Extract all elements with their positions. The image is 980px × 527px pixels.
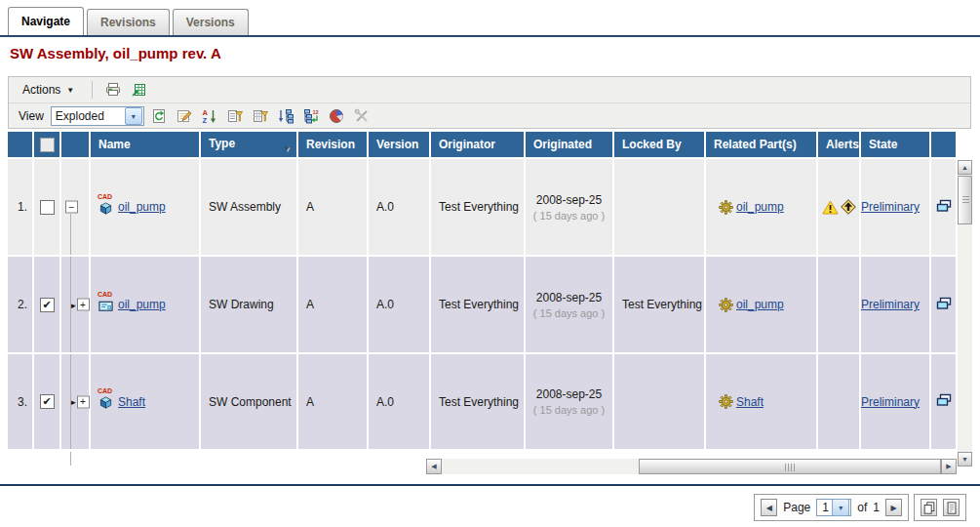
column-header-alerts[interactable]: Alerts (818, 132, 861, 159)
single-page-view-button[interactable] (943, 499, 960, 516)
chevron-down-icon: ▼ (66, 86, 74, 95)
page-select[interactable]: 1 ▾ (816, 499, 851, 516)
type-cell: SW Component (201, 354, 298, 451)
tab-versions[interactable]: Versions (173, 9, 249, 35)
originated-date: 2008-sep-25 (526, 291, 612, 304)
column-header-rownum (8, 132, 34, 159)
related-part-link[interactable]: oil_pump (736, 200, 784, 214)
column-header-state[interactable]: State (861, 132, 931, 159)
toolbar: Actions ▼ (8, 76, 971, 129)
filter-list-icon[interactable] (224, 106, 246, 126)
horizontal-scrollbar-thumb[interactable] (639, 459, 941, 474)
cad-drawing-icon: CAD (98, 299, 114, 313)
svg-text:12: 12 (312, 109, 318, 115)
row-checkbox[interactable]: ✔ (40, 298, 55, 312)
page-of-label: of (857, 501, 867, 514)
row-number: 1. (8, 159, 34, 257)
column-header-version[interactable]: Version (369, 132, 431, 159)
row-checkbox[interactable] (40, 200, 55, 215)
tab-revisions[interactable]: Revisions (87, 9, 170, 35)
gear-part-icon (719, 298, 733, 312)
gear-part-icon (719, 394, 733, 409)
chevron-down-icon: ▾ (832, 499, 849, 516)
state-link[interactable]: Preliminary (861, 200, 920, 214)
state-link[interactable]: Preliminary (861, 395, 920, 409)
column-header-type[interactable]: Type▼ (201, 132, 298, 159)
scroll-up-button[interactable]: ▲ (958, 160, 972, 175)
previous-page-button[interactable]: ◀ (761, 499, 777, 516)
row-checkbox[interactable]: ✔ (40, 394, 55, 409)
column-header-originated[interactable]: Originated (526, 132, 614, 159)
print-row-cell[interactable] (931, 354, 958, 451)
state-cell: Preliminary (861, 159, 931, 257)
column-header-revision[interactable]: Revision (298, 132, 369, 159)
view-label: View (19, 109, 44, 123)
cad-part-icon: CAD (98, 395, 114, 410)
name-cell: CAD Shaft (91, 354, 201, 451)
expand-node-button[interactable]: + (77, 395, 90, 408)
update-needed-icon[interactable] (841, 199, 856, 215)
tree-arrow-icon: ▸ (71, 397, 76, 407)
filter-grid-icon[interactable] (250, 106, 271, 126)
state-link[interactable]: Preliminary (861, 298, 920, 311)
item-name-link[interactable]: Shaft (118, 395, 145, 409)
item-name-link[interactable]: oil_pump (118, 200, 166, 214)
tree-arrow-icon: ▸ (71, 300, 76, 309)
export-table-icon[interactable] (128, 80, 149, 100)
sort-az-icon: A Z (202, 108, 217, 124)
tab-navigate[interactable]: Navigate (8, 7, 84, 35)
select-all-checkbox[interactable] (40, 138, 55, 152)
cad-badge: CAD (98, 387, 112, 394)
expander-cell: ▸ + (61, 257, 91, 354)
tree-structure-icon[interactable]: 12 (300, 106, 322, 126)
table-row: 1. − CAD oil_pump (8, 159, 958, 257)
view-toolbar-row: View Exploded ▾ (9, 103, 970, 129)
column-header-name[interactable]: Name (91, 132, 201, 159)
version-cell: A.0 (369, 257, 431, 354)
sort-az-icon[interactable]: A Z (199, 106, 220, 126)
print-row-cell[interactable] (931, 257, 958, 354)
scroll-right-button[interactable]: ▶ (941, 459, 957, 474)
tab-underline (0, 35, 980, 37)
warning-alert-icon[interactable] (822, 200, 839, 215)
locked-by-cell: Test Everything (614, 257, 706, 354)
state-cell: Preliminary (861, 354, 931, 451)
checkmark: ✔ (42, 300, 51, 310)
column-header-related-parts[interactable]: Related Part(s) (706, 132, 818, 159)
item-name-link[interactable]: oil_pump (118, 298, 166, 311)
sort-tree-icon[interactable] (275, 106, 296, 126)
originated-ago: ( 15 days ago ) (526, 307, 612, 319)
horizontal-scrollbar[interactable]: ◀ ▶ (426, 459, 957, 474)
tools-icon[interactable] (351, 106, 372, 126)
single-page-icon (945, 501, 959, 515)
svg-text:Z: Z (202, 116, 207, 124)
scroll-down-button[interactable]: ▼ (958, 452, 972, 466)
collapse-node-button[interactable]: − (65, 201, 78, 214)
related-part-link[interactable]: oil_pump (736, 298, 784, 311)
expand-node-button[interactable]: + (77, 299, 90, 311)
originated-cell: 2008-sep-25 ( 15 days ago ) (526, 354, 614, 451)
view-select[interactable]: Exploded ▾ (51, 106, 144, 126)
print-icon[interactable] (102, 80, 124, 100)
pagination: ◀ Page 1 ▾ of 1 ▶ (754, 494, 966, 521)
actions-menu-button[interactable]: Actions ▼ (15, 81, 82, 99)
related-part-link[interactable]: Shaft (736, 395, 764, 409)
pie-chart-icon[interactable] (326, 106, 347, 126)
related-parts-cell: oil_pump (706, 257, 818, 354)
multi-page-view-button[interactable] (921, 499, 937, 516)
type-cell: SW Drawing (201, 257, 298, 354)
edit-icon[interactable] (174, 106, 195, 126)
page-label: Page (783, 501, 810, 514)
refresh-icon[interactable] (148, 106, 170, 126)
scroll-left-button[interactable]: ◀ (426, 459, 442, 474)
next-page-button[interactable]: ▶ (885, 499, 902, 516)
vertical-scrollbar-thumb[interactable] (958, 176, 972, 224)
alerts-cell (818, 257, 861, 354)
edit-icon (176, 108, 192, 124)
column-header-locked-by[interactable]: Locked By (614, 132, 706, 159)
print-row-cell[interactable] (931, 159, 958, 257)
row-select-cell (34, 159, 61, 257)
vertical-scrollbar[interactable]: ▲ ▼ (958, 160, 972, 466)
column-header-originator[interactable]: Originator (431, 132, 526, 159)
multi-page-icon (922, 501, 936, 515)
